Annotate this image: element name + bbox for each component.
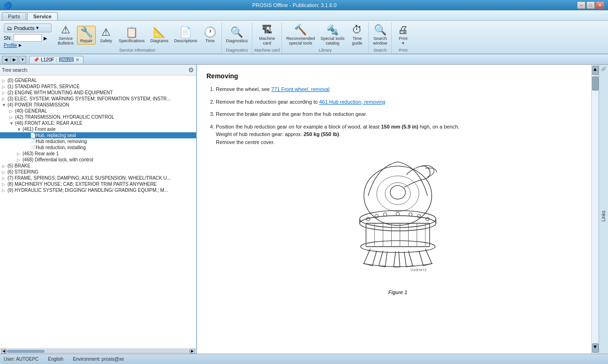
svg-point-4 [360,211,436,228]
tree-item[interactable]: ▷ (9) HYDRAULIC SYSTEM; DIGGING/ HANDLIN… [0,187,196,193]
tree-item-label: (0) GENERAL [8,78,37,83]
service-info-label: Service information [119,48,155,53]
recommended-tools-button[interactable]: 🔨 Recommendedspecial tools [284,23,317,47]
tree-toggle: ▷ [17,158,23,162]
diagnostics-button[interactable]: 🔍 Diagnostics [224,26,251,45]
sn-search-icon[interactable]: ▶ [44,36,47,41]
svg-point-1 [377,176,419,212]
step-1-text-before: Remove the wheel, see [216,86,271,92]
tree-item[interactable]: ▷ (7) FRAME, SPRINGS; DAMPING; AXLE SUSP… [0,175,196,181]
library-group-label: Library [319,48,332,53]
tree-item[interactable]: ▷ (1) STANDARD PARTS, SERVICE [0,83,196,90]
print-label: Print▾ [399,36,408,46]
figure-label: Figure 1 [206,289,589,295]
recommended-tools-icon: 🔨 [294,25,307,35]
links-vertical-label[interactable]: Links [601,211,606,221]
machine-card-label: Machinecard [259,36,275,46]
sn-input[interactable] [14,34,42,42]
specifications-button[interactable]: 📋 Specifications [116,26,147,45]
tree-item[interactable]: ▷ (3) ELEC. SYSTEM; WARNING SYSTEM; INFO… [0,96,196,102]
tab-service[interactable]: Service [27,12,58,20]
time-guide-label: Timeguide [352,36,362,46]
service-bulletins-button[interactable]: ⚠ ServiceBulletins [55,23,76,47]
tree-item[interactable]: ▼ (461) Front axle [0,126,196,132]
tree-scroll-track[interactable] [7,349,190,353]
special-tools-catalog-button[interactable]: 🔩 Special toolscatalog [318,23,347,47]
tree-item-label: Hub, replacing seal [36,133,76,138]
tree-item[interactable]: ▷ (0) GENERAL [0,77,196,83]
doc-tab-active[interactable]: 📌 L120F | [WLO] ✕ [29,56,84,63]
content-panel: Removing Remove the wheel, see 771 Front… [197,65,599,354]
content-steps: Remove the wheel, see 771 Front wheel, r… [206,85,589,146]
profile-label[interactable]: Profile [4,43,17,48]
diagnostics-section: 🔍 Diagnostics Diagnostics [222,23,253,53]
time-button[interactable]: 🕐 Time [201,26,220,45]
tree-body[interactable]: ▷ (0) GENERAL ▷ (1) STANDARD PARTS, SERV… [0,76,196,348]
tree-item[interactable]: ▷ (40) GENERAL [0,108,196,114]
tree-search-button[interactable]: ⚙ [188,66,194,74]
minimize-button[interactable]: ─ [577,1,585,9]
diagnostics-label: Diagnostics [226,38,248,43]
search-buttons: 🔍 Searchwindow [371,23,389,47]
svg-point-0 [364,166,432,225]
tree-toggle: ▷ [2,176,8,181]
products-dropdown-icon: ▾ [36,25,39,31]
safety-button[interactable]: ⚠ Safety [97,26,115,45]
step-4: Position the hub reduction gear on for e… [216,123,589,146]
time-guide-button[interactable]: ⏱ Timeguide [348,23,366,47]
tree-item[interactable]: ▷ (463) Rear axle 1 [0,151,196,157]
tree-item[interactable]: 📄 Hub reduction, removing [0,138,196,144]
tree-item[interactable]: ▷ (6) STEERING [0,169,196,175]
doc-tab-close-button[interactable]: ✕ [76,57,79,62]
tree-item[interactable]: ▼ (46) FRONT AXLE; REAR AXLE [0,120,196,126]
step-2-link[interactable]: 461 Hub reduction, removing [319,99,385,105]
tree-item[interactable]: ▷ (2) ENGINE WITH MOUNTING AND EQUIPMENT [0,90,196,96]
tree-item-selected[interactable]: 📄 Hub, replacing seal [0,132,196,138]
search-window-button[interactable]: 🔍 Searchwindow [371,23,389,47]
tree-toggle: ▼ [9,121,15,126]
doc-tab-divider: | [56,57,57,62]
app-title: PROSIS Offline - Publication: 3.1.6.0 [12,2,577,8]
restore-button[interactable]: □ [586,1,595,9]
tree-item-label: (5) BRAKE [8,163,30,168]
scroll-thumb-down[interactable]: ▼ [592,343,599,353]
special-tools-catalog-icon: 🔩 [326,25,339,35]
tree-item[interactable]: ▷ (468) Differential lock, with control [0,157,196,163]
tree-item[interactable]: ▷ (5) BRAKE [0,163,196,169]
nav-prev-button[interactable]: ◀ [2,56,9,63]
machine-card-button[interactable]: 🏗 Machinecard [257,23,277,47]
sn-label: SN: [4,36,12,41]
step-1-link[interactable]: 771 Front wheel, removal [271,86,329,92]
nav-down-button[interactable]: ▾ [19,56,26,63]
content-scrollbar[interactable]: ▲ ▼ [591,65,599,354]
tree-scroll-right[interactable]: ▶ [190,349,195,354]
tree-search-label: Tree search: [2,68,28,73]
products-button[interactable]: 🗂 Products ▾ [4,23,52,32]
repair-button[interactable]: 🔧 Repair [77,26,96,45]
scroll-thumb-up[interactable]: ▲ [592,66,599,75]
nav-next-button[interactable]: ▶ [10,56,18,63]
tree-item[interactable]: ▷ (8) MACHINERY HOUSE; CAB; EXTERIOR TRI… [0,181,196,187]
tree-item[interactable]: 📄 Hub reduction, installing [0,144,196,151]
doc-tab-nav: ◀ ▶ ▾ [2,56,26,63]
products-icon: 🗂 [7,25,12,31]
tree-scroll-left[interactable]: ◀ [1,349,7,354]
svg-point-10 [383,212,387,216]
print-button[interactable]: 🖨 Print▾ [394,23,412,47]
close-button[interactable]: ✕ [596,1,604,9]
diagrams-label: Diagrams [151,38,169,43]
diagrams-button[interactable]: 📐 Diagrams [148,26,171,45]
status-bar: User: AUTOEPC English Environment: prosi… [0,354,608,364]
right-panel-button[interactable]: 🔗 [600,67,608,74]
repair-label: Repair [80,38,93,43]
machine-card-icon: 🏗 [262,25,272,35]
tree-item[interactable]: ▷ (42) TRANSMISSION, HYDRAULIC CONTROL [0,114,196,120]
tree-item[interactable]: ▼ (4) POWER TRANSMISSION [0,102,196,108]
tree-scrollbar[interactable]: ◀ ▶ [0,348,196,354]
machine-card-buttons: 🏗 Machinecard [257,23,277,47]
file-icon: 📄 [30,145,36,150]
descriptions-button[interactable]: 📄 Descriptions [172,26,200,45]
tree-toggle: ▷ [2,91,8,95]
search-window-icon: 🔍 [374,25,387,35]
tab-parts[interactable]: Parts [2,12,26,20]
